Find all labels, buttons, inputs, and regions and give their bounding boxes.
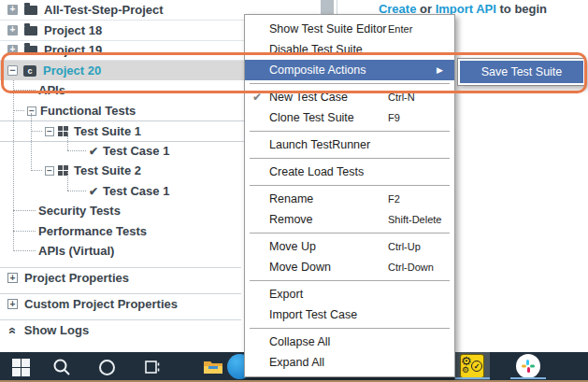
tree-item-functional-tests[interactable]: − Functional Tests	[0, 101, 234, 120]
chevron-double-up-icon: «	[7, 327, 19, 334]
tree-guide-line	[67, 132, 68, 150]
expand-plus-icon[interactable]: +	[7, 299, 18, 309]
menu-separator	[250, 131, 450, 132]
tree-item-project-19[interactable]: + Project 19	[0, 40, 249, 61]
tree-item-label: Test Case 1	[103, 181, 169, 201]
menu-item-label: Import Test Case	[269, 308, 357, 321]
tree-item-label: Security Tests	[38, 201, 121, 220]
menu-item-show-test-suite-editor[interactable]: Show Test Suite Editor Enter	[245, 19, 454, 39]
tree-connector	[13, 90, 36, 91]
tree-item-test-suite-1[interactable]: − Test Suite 1	[0, 120, 251, 142]
tree-connector	[31, 170, 42, 171]
windows-start-icon	[12, 359, 30, 376]
to-begin-text: to begin	[500, 2, 548, 16]
tree-item-label: Test Case 1	[103, 141, 169, 161]
collapse-minus-icon[interactable]: −	[7, 65, 18, 76]
menu-item-expand-all[interactable]: Expand All	[245, 352, 454, 373]
menu-item-launch-testrunner[interactable]: Launch TestRunner	[245, 134, 454, 155]
menu-separator	[250, 328, 450, 329]
menu-item-rename[interactable]: Rename F2	[245, 189, 454, 209]
taskbar-search-button[interactable]	[41, 352, 82, 382]
menu-item-label: Launch TestRunner	[269, 138, 370, 151]
menu-item-move-up[interactable]: Move Up Ctrl-Up	[245, 236, 454, 257]
show-logs-button[interactable]: « Show Logs	[0, 320, 251, 340]
menu-shortcut: Shift-Delete	[388, 214, 441, 225]
folder-icon	[24, 6, 37, 15]
expand-plus-icon[interactable]: +	[7, 45, 18, 55]
menu-shortcut: Ctrl-Up	[388, 241, 421, 252]
menu-item-move-down[interactable]: Move Down Ctrl-Down	[245, 257, 454, 277]
cortana-circle-icon	[99, 360, 115, 375]
expand-plus-icon[interactable]: +	[7, 25, 18, 35]
expand-plus-icon[interactable]: +	[7, 5, 18, 15]
tree-item-project-18[interactable]: + Project 18	[0, 21, 249, 41]
test-case-check-icon: ✔	[89, 146, 98, 157]
section-project-properties[interactable]: + Project Properties	[0, 268, 249, 288]
menu-item-composite-actions[interactable]: Composite Actions ▶	[245, 60, 454, 80]
tree-item-label: Performance Tests	[38, 221, 147, 241]
collapse-minus-icon[interactable]: −	[45, 166, 54, 176]
tree-scrollbar-thumb[interactable]	[321, 0, 334, 14]
menu-item-create-load-tests[interactable]: Create Load Tests	[245, 162, 454, 182]
section-custom-project-properties[interactable]: + Custom Project Properties	[0, 294, 249, 314]
menu-item-label: Clone Test Suite	[269, 111, 354, 124]
expand-plus-icon[interactable]: +	[7, 273, 18, 283]
submenu-arrow-icon: ▶	[437, 66, 443, 75]
collapse-minus-icon[interactable]: −	[45, 127, 54, 136]
folder-icon	[24, 26, 37, 35]
section-label: Custom Project Properties	[24, 297, 178, 311]
tree-item-security-tests[interactable]: Security Tests	[0, 201, 234, 220]
gear-icon: ⚙	[462, 365, 469, 375]
menu-shortcut: Ctrl-Down	[388, 262, 434, 273]
cortana-button[interactable]	[86, 352, 127, 382]
tree-item-label: Project 18	[44, 21, 102, 40]
tree-connector	[13, 250, 36, 251]
menu-item-label: Move Down	[269, 261, 331, 274]
tree-guide-line	[13, 80, 14, 251]
tree-connector	[13, 110, 24, 111]
test-case-check-icon: ✔	[89, 186, 98, 197]
tree-item-apis-virtual[interactable]: APIs (Virtual)	[0, 241, 234, 261]
menu-separator	[250, 185, 450, 186]
menu-item-label: Show Test Suite Editor	[269, 22, 387, 35]
readyapi-icon[interactable]: ⚙ ⚙ ✓	[460, 354, 484, 378]
tree-item-label: Test Suite 2	[74, 161, 141, 180]
tree-item-label: APIs (Virtual)	[38, 241, 114, 261]
tree-item-test-suite-2[interactable]: − Test Suite 2	[0, 161, 251, 180]
menu-shortcut: F9	[388, 112, 400, 123]
tree-item-apis[interactable]: APIs	[0, 80, 234, 100]
menu-item-new-test-case[interactable]: ✔ New Test Case Ctrl-N	[245, 87, 454, 107]
tree-item-label: Project 20	[43, 61, 101, 80]
context-menu: Show Test Suite Editor Enter Disable Tes…	[244, 14, 455, 377]
composite-project-icon: c	[23, 65, 36, 77]
slack-icon[interactable]	[516, 354, 540, 378]
task-view-button[interactable]	[132, 352, 173, 382]
show-logs-label: Show Logs	[24, 323, 89, 337]
tree-item-label: All-Test-Step-Project	[44, 0, 164, 20]
menu-item-save-test-suite[interactable]: Save Test Suite	[460, 61, 583, 83]
menu-item-import-test-case[interactable]: Import Test Case	[245, 304, 454, 325]
menu-shortcut: Enter	[388, 23, 412, 35]
menu-shortcut: F2	[388, 193, 400, 205]
menu-item-disable-test-suite[interactable]: Disable Test Suite	[245, 39, 454, 60]
menu-separator	[250, 233, 450, 233]
tree-item-label: Functional Tests	[40, 101, 136, 120]
tree-guide-line	[31, 113, 32, 171]
menu-item-label: New Test Case	[269, 91, 348, 104]
menu-item-label: Move Up	[269, 240, 316, 253]
menu-item-export[interactable]: Export	[245, 284, 454, 304]
tree-item-project-20-selected[interactable]: − c Project 20	[0, 61, 246, 80]
menu-item-clone-test-suite[interactable]: Clone Test Suite F9	[245, 107, 454, 128]
app-screen: + All-Test-Step-Project + Project 18 + P…	[0, 0, 588, 382]
windows-start-button[interactable]	[0, 352, 41, 382]
collapse-minus-icon[interactable]: −	[27, 106, 36, 116]
section-label: Project Properties	[24, 271, 129, 285]
tree-connector	[67, 191, 86, 191]
menu-item-remove[interactable]: Remove Shift-Delete	[245, 209, 454, 230]
folder-icon	[24, 46, 37, 55]
menu-shortcut: Ctrl-N	[388, 92, 415, 103]
menu-item-collapse-all[interactable]: Collapse All	[245, 332, 454, 352]
tree-item-performance-tests[interactable]: Performance Tests	[0, 221, 234, 241]
tree-connector	[31, 131, 42, 132]
tree-connector	[13, 231, 36, 232]
